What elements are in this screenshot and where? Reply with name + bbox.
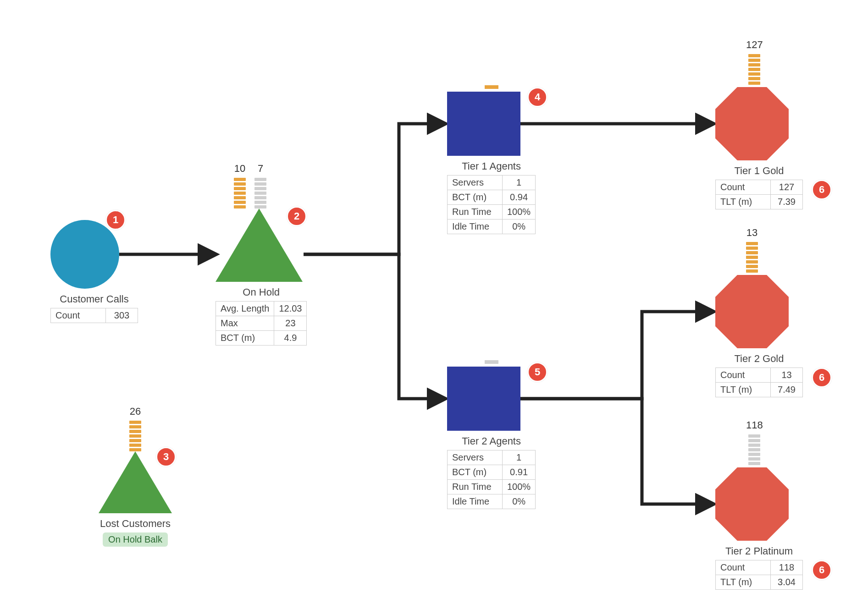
chip-icon: [485, 360, 498, 364]
node-title: Tier 2 Agents: [447, 435, 536, 447]
node-tier2-platinum[interactable]: Tier 2 Platinum Count118 TLT (m)3.04: [715, 467, 803, 590]
queue-stack-grey: 7: [254, 163, 266, 208]
sink-icon: [715, 467, 789, 541]
sink-icon: [715, 275, 789, 348]
callout-badge: 1: [105, 210, 126, 230]
stats-table: Count127 TLT (m)7.39: [715, 180, 803, 209]
node-title: Tier 1 Agents: [447, 160, 536, 172]
callout-badge: 2: [287, 206, 307, 226]
balk-pill: On Hold Balk: [103, 532, 168, 547]
chip-icon: [485, 85, 498, 89]
stats-table: Servers1 BCT (m)0.91 Run Time100% Idle T…: [447, 450, 536, 509]
node-title: Customer Calls: [50, 293, 138, 305]
stats-table: Count118 TLT (m)3.04: [715, 560, 803, 590]
activity-icon: [447, 367, 520, 431]
node-on-hold[interactable]: On Hold Avg. Length12.03 Max23 BCT (m)4.…: [216, 208, 307, 346]
node-title: Tier 2 Platinum: [715, 545, 803, 557]
stats-table: Avg. Length12.03 Max23 BCT (m)4.9: [216, 301, 307, 346]
activity-icon: [447, 92, 520, 156]
queue-stack-gold: 10: [234, 163, 246, 208]
callout-badge: 4: [527, 87, 547, 107]
node-tier1-gold[interactable]: Tier 1 Gold Count127 TLT (m)7.39: [715, 87, 803, 209]
stats-table: Servers1 BCT (m)0.94 Run Time100% Idle T…: [447, 175, 536, 234]
output-stack: 118: [746, 419, 763, 465]
stats-table: Count 303: [50, 308, 138, 323]
source-icon: [50, 220, 119, 289]
node-tier1-agents[interactable]: Tier 1 Agents Servers1 BCT (m)0.94 Run T…: [447, 92, 536, 234]
node-title: Tier 1 Gold: [715, 165, 803, 177]
output-stack: 127: [746, 39, 763, 85]
callout-badge: 6: [812, 368, 832, 388]
callout-badge: 3: [156, 447, 176, 467]
node-title: Tier 2 Gold: [715, 353, 803, 365]
node-title: On Hold: [216, 286, 307, 298]
callout-badge: 6: [812, 560, 832, 580]
queue-stack-gold: 26: [129, 406, 141, 451]
sink-icon: [715, 87, 789, 160]
node-tier2-gold[interactable]: Tier 2 Gold Count13 TLT (m)7.49: [715, 275, 803, 397]
node-customer-calls[interactable]: Customer Calls Count 303: [50, 220, 138, 323]
node-title: Lost Customers: [99, 518, 172, 530]
callout-badge: 5: [527, 362, 547, 382]
simulation-diagram: Customer Calls Count 303 1 On Hold Avg. …: [0, 0, 868, 609]
callout-badge: 6: [812, 180, 832, 200]
stats-table: Count13 TLT (m)7.49: [715, 368, 803, 397]
output-stack: 13: [746, 227, 758, 273]
node-tier2-agents[interactable]: Tier 2 Agents Servers1 BCT (m)0.91 Run T…: [447, 367, 536, 509]
